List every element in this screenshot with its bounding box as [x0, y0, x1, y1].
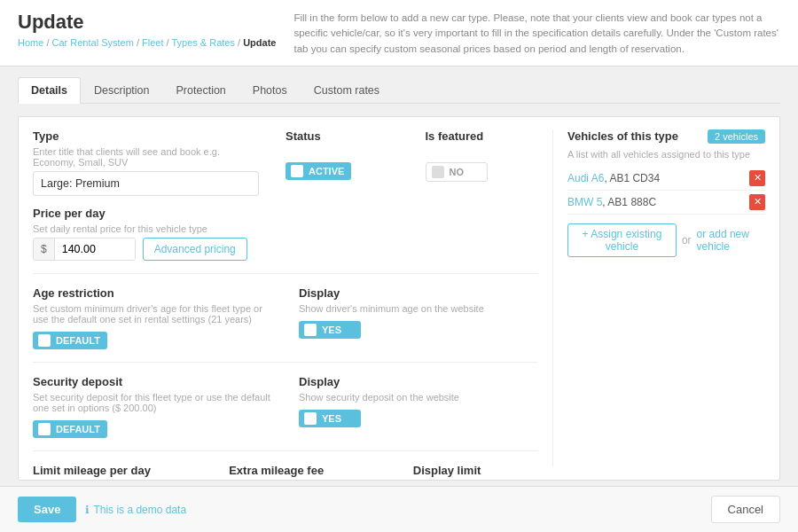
divider: [33, 362, 538, 363]
security-desc: Set security deposit for this fleet type…: [33, 392, 272, 413]
display-limit-label: Display limit: [413, 464, 538, 477]
footer-left: Save ℹ This is a demo data: [18, 497, 186, 522]
row-security: Security deposit Set security deposit fo…: [33, 375, 538, 438]
breadcrumb: Home / Car Rental System / Fleet / Types…: [18, 37, 276, 48]
security-display-section: Display Show security deposit on the web…: [299, 375, 538, 427]
extra-mileage-label: Extra mileage fee: [229, 464, 395, 477]
tab-details[interactable]: Details: [18, 77, 81, 104]
assign-existing-button[interactable]: + Assign existing vehicle: [567, 223, 677, 257]
vehicle-remove-1[interactable]: ✕: [749, 170, 765, 186]
status-label: Status: [286, 129, 399, 143]
type-label: Type: [33, 129, 259, 143]
limit-mileage-col: Limit mileage per day Number of daily km…: [33, 464, 211, 481]
tab-custom-rates[interactable]: Custom rates: [301, 77, 393, 104]
vehicle-remove-2[interactable]: ✕: [749, 194, 765, 210]
age-desc: Set custom minimum driver's age for this…: [33, 303, 272, 325]
content-panel: Type Enter title that clients will see a…: [18, 116, 780, 481]
age-label: Age restriction: [33, 286, 272, 300]
status-section: Status ACTIVE: [286, 129, 399, 180]
security-display-label: Display: [299, 375, 538, 388]
main-content: Details Description Protection Photos Cu…: [0, 66, 798, 486]
toggle-indicator: [291, 165, 303, 177]
status-value: ACTIVE: [309, 166, 344, 176]
age-display-section: Display Show driver's minimum age on the…: [299, 286, 538, 339]
or-text: or: [682, 234, 692, 246]
security-label: Security deposit: [33, 375, 272, 388]
row-mileage: Limit mileage per day Number of daily km…: [33, 464, 538, 481]
row-type-status: Type Enter title that clients will see a…: [33, 129, 538, 196]
divider: [33, 273, 538, 274]
demo-note: ℹ This is a demo data: [85, 504, 186, 516]
type-desc: Enter title that clients will see and bo…: [33, 146, 259, 168]
security-display-value: YES: [322, 413, 341, 424]
extra-mileage-desc: Charge extra for km/mile above the daily…: [229, 480, 395, 481]
vehicle-name-1: Audi A6, AB1 CD34: [567, 172, 660, 184]
assign-vehicle-row: + Assign existing vehicle or or add new …: [567, 223, 765, 257]
toggle-indicator: [38, 423, 51, 435]
header-description: Fill in the form below to add a new car …: [293, 11, 780, 57]
type-input[interactable]: [33, 171, 259, 196]
vehicle-item: Audi A6, AB1 CD34 ✕: [567, 167, 765, 191]
tab-bar: Details Description Protection Photos Cu…: [18, 77, 780, 104]
vehicle-name-2: BMW 5, AB1 888C: [567, 196, 656, 208]
age-display-label: Display: [299, 286, 538, 300]
vehicles-desc: A list with all vehicles assigned to thi…: [567, 149, 765, 160]
age-display-value: YES: [322, 325, 341, 335]
vehicles-panel: Vehicles of this type 2 vehicles A list …: [552, 129, 765, 467]
currency-symbol: $: [34, 239, 55, 260]
security-toggle[interactable]: DEFAULT: [33, 420, 107, 438]
vehicles-header: Vehicles of this type 2 vehicles: [567, 129, 765, 144]
info-icon: ℹ: [85, 504, 90, 516]
vehicle-item: BMW 5, AB1 888C ✕: [567, 191, 765, 215]
page-header: Update Home / Car Rental System / Fleet …: [0, 0, 798, 66]
security-section: Security deposit Set security deposit fo…: [33, 375, 272, 438]
page-title: Update: [18, 11, 276, 34]
type-section: Type Enter title that clients will see a…: [33, 129, 259, 196]
toggle-indicator: [432, 166, 444, 178]
price-section: Price per day Set daily rental price for…: [33, 207, 538, 261]
vehicles-badge: 2 vehicles: [708, 129, 765, 144]
vehicles-title: Vehicles of this type: [567, 129, 678, 143]
toggle-indicator: [38, 334, 51, 347]
age-toggle[interactable]: DEFAULT: [33, 332, 107, 349]
security-display-desc: Show security deposit on the website: [299, 392, 538, 403]
cancel-button[interactable]: Cancel: [711, 496, 780, 523]
age-display-toggle[interactable]: YES: [299, 321, 361, 339]
price-label: Price per day: [33, 207, 538, 220]
age-display-desc: Show driver's minimum age on the website: [299, 303, 538, 314]
advanced-pricing-button[interactable]: Advanced pricing: [143, 238, 247, 261]
extra-mileage-col: Extra mileage fee Charge extra for km/mi…: [229, 464, 395, 481]
featured-toggle[interactable]: NO: [426, 162, 488, 182]
limit-mileage-label: Limit mileage per day: [33, 464, 211, 477]
security-display-toggle[interactable]: YES: [299, 410, 361, 427]
featured-label: Is featured: [426, 129, 539, 143]
security-value: DEFAULT: [56, 424, 100, 434]
tab-description[interactable]: Description: [81, 77, 163, 104]
display-limit-col: Display limit Show mileage limit on the …: [413, 464, 538, 481]
featured-section: Is featured NO: [426, 129, 539, 182]
featured-value: NO: [450, 167, 465, 177]
limit-mileage-desc: Number of daily km included with daily r…: [33, 480, 211, 481]
display-limit-desc: Show mileage limit on the website: [413, 480, 538, 481]
age-value: DEFAULT: [56, 335, 100, 346]
currency-input-wrapper: $: [33, 238, 136, 261]
footer: Save ℹ This is a demo data Cancel: [0, 486, 798, 532]
age-restriction-section: Age restriction Set custom minimum drive…: [33, 286, 272, 349]
save-button[interactable]: Save: [18, 497, 76, 522]
add-new-vehicle-link[interactable]: or add new vehicle: [697, 228, 765, 253]
status-toggle[interactable]: ACTIVE: [286, 162, 351, 180]
demo-note-text: This is a demo data: [93, 504, 186, 516]
price-input[interactable]: [55, 239, 135, 260]
toggle-indicator: [304, 412, 317, 425]
price-row: $ Advanced pricing: [33, 238, 538, 261]
form-area: Type Enter title that clients will see a…: [33, 129, 538, 467]
row-age: Age restriction Set custom minimum drive…: [33, 286, 538, 349]
tab-protection[interactable]: Protection: [163, 77, 239, 104]
price-desc: Set daily rental price for this vehicle …: [33, 223, 538, 234]
toggle-indicator: [304, 324, 317, 336]
tab-photos[interactable]: Photos: [239, 77, 301, 104]
divider: [33, 450, 538, 451]
